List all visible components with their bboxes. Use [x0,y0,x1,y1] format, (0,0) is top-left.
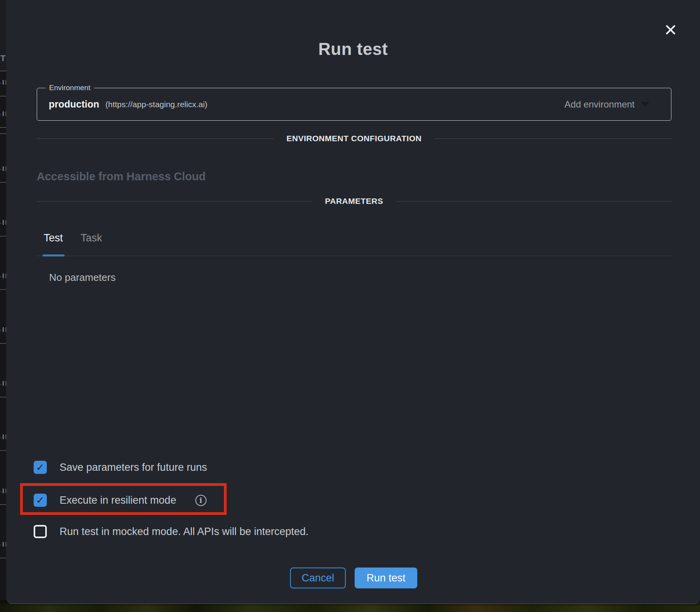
divider-line [37,201,312,202]
checkbox-mocked-mode[interactable]: Run test in mocked mode. All APIs will b… [34,525,309,538]
divider-line [37,138,273,139]
divider-line [435,138,671,139]
section-title: ENVIRONMENT CONFIGURATION [287,134,422,143]
environment-legend: Environment [46,84,94,92]
checkbox-unchecked-icon[interactable] [34,525,47,538]
checkbox-label: Execute in resilient mode [60,494,176,506]
run-test-button[interactable]: Run test [355,568,417,588]
checkbox-resilient-mode[interactable]: ✓ Execute in resilient mode i [34,493,207,507]
checkbox-checked-icon[interactable]: ✓ [34,494,47,507]
section-parameters: PARAMETERS [37,197,671,206]
checkmark-icon: ✓ [36,495,44,505]
divider-line [396,201,671,202]
environment-select[interactable]: Environment production (https://app-stag… [37,88,671,121]
tab-task[interactable]: Task [81,232,102,244]
section-environment-configuration: ENVIRONMENT CONFIGURATION [37,134,671,143]
checkbox-save-parameters[interactable]: ✓ Save parameters for future runs [34,460,207,474]
close-icon[interactable] [663,22,678,38]
screen: T .❙|(.❙|(.❙|(.❙|(.❙|(.❙|(.❙|(.❙|(.❙|(.❙… [0,0,700,612]
environment-name: production [49,99,99,110]
parameters-empty-state: No parameters [49,272,116,284]
chevron-down-icon [641,102,649,107]
modal-title: Run test [6,39,700,59]
environment-url: (https://app-staging.relicx.ai) [106,100,208,109]
add-environment-button[interactable]: Add environment [565,99,635,110]
accessibility-note: Accessible from Harness Cloud [37,170,206,183]
section-title: PARAMETERS [325,197,383,206]
tabs-divider [37,256,671,256]
cancel-button[interactable]: Cancel [290,568,346,588]
checkbox-checked-icon[interactable]: ✓ [34,461,47,474]
info-icon[interactable]: i [195,495,207,506]
parameters-tabs: Test Task [44,232,102,244]
checkbox-label: Save parameters for future runs [60,462,207,474]
checkbox-label: Run test in mocked mode. All APIs will b… [60,526,309,538]
checkmark-icon: ✓ [36,462,44,472]
tab-test[interactable]: Test [44,232,63,244]
